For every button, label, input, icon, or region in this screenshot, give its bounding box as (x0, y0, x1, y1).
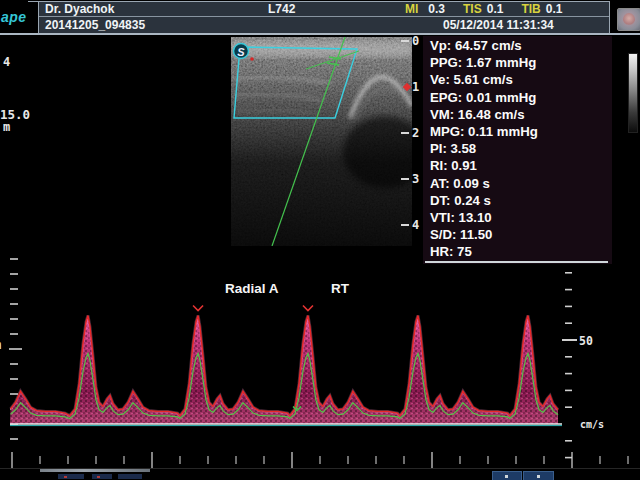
velocity-unit-label: cm/s (580, 419, 604, 430)
doppler-spectrum: 50cm/s (0, 0, 640, 480)
peak-measure-caret[interactable] (303, 306, 313, 311)
cine-scroll-bar[interactable] (40, 469, 150, 472)
softkey-accent (64, 476, 67, 478)
soft-button-right[interactable] (523, 471, 554, 480)
ultrasound-screen: ape Dr. Dyachok L742 MI 0.3 TIS 0.1 TIB … (0, 0, 640, 480)
softkey-accent (97, 476, 100, 478)
peak-measure-caret[interactable] (193, 306, 203, 311)
softkey-fragment (118, 474, 142, 479)
soft-button-left[interactable] (492, 471, 522, 480)
velocity-axis-label: 50 (579, 334, 593, 348)
soft-button-glyph (537, 475, 540, 478)
softkey-fragment (58, 474, 84, 479)
soft-button-glyph (505, 475, 508, 478)
softkey-fragment (92, 474, 112, 479)
